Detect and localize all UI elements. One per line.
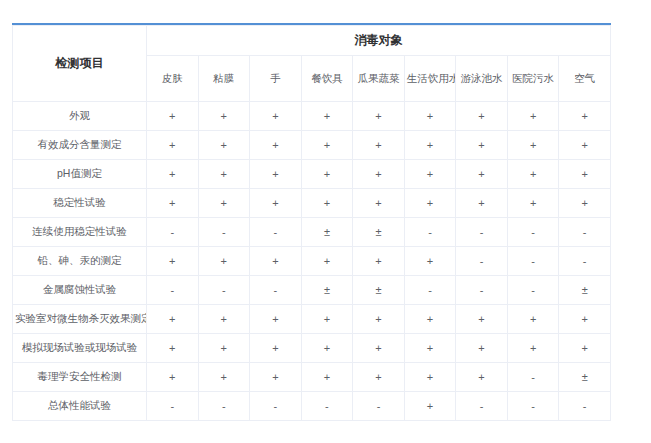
- table-cell: +: [404, 160, 456, 189]
- table-cell: -: [507, 276, 559, 305]
- row-label: 有效成分含量测定: [13, 131, 147, 160]
- table-cell: +: [250, 305, 302, 334]
- table-cell: +: [353, 189, 405, 218]
- table-cell: +: [250, 102, 302, 131]
- table-cell: +: [456, 334, 508, 363]
- table-cell: +: [250, 160, 302, 189]
- table-cell: +: [507, 160, 559, 189]
- column-header: 粘膜: [198, 56, 250, 102]
- column-header: 空气: [559, 56, 611, 102]
- table-cell: +: [301, 160, 353, 189]
- table-cell: ±: [353, 218, 405, 247]
- table-cell: +: [147, 247, 199, 276]
- table-cell: +: [456, 189, 508, 218]
- disinfection-test-table: 检测项目 消毒对象 皮肤粘膜手餐饮具瓜果蔬菜生活饮用水游泳池水医院污水空气 外观…: [12, 25, 611, 421]
- table-cell: -: [456, 276, 508, 305]
- table-cell: +: [456, 160, 508, 189]
- table-cell: +: [250, 363, 302, 392]
- table-cell: +: [198, 131, 250, 160]
- row-label: 总体性能试验: [13, 392, 147, 421]
- table-row: pH值测定+++++++++: [13, 160, 611, 189]
- row-label: pH值测定: [13, 160, 147, 189]
- column-header: 皮肤: [147, 56, 199, 102]
- table-row: 外观+++++++++: [13, 102, 611, 131]
- table-cell: +: [559, 334, 611, 363]
- row-label: 外观: [13, 102, 147, 131]
- table-cell: ±: [559, 363, 611, 392]
- table-cell: -: [198, 392, 250, 421]
- table-cell: +: [559, 131, 611, 160]
- table-row: 稳定性试验+++++++++: [13, 189, 611, 218]
- column-header: 手: [250, 56, 302, 102]
- table-cell: -: [507, 363, 559, 392]
- table-cell: -: [507, 247, 559, 276]
- table-cell: +: [353, 247, 405, 276]
- table-cell: -: [507, 218, 559, 247]
- table-cell: +: [353, 334, 405, 363]
- page: 检测项目 消毒对象 皮肤粘膜手餐饮具瓜果蔬菜生活饮用水游泳池水医院污水空气 外观…: [0, 0, 651, 443]
- table-cell: +: [456, 102, 508, 131]
- table-cell: +: [404, 247, 456, 276]
- table-cell: -: [353, 392, 405, 421]
- table-cell: +: [147, 102, 199, 131]
- table-body: 外观+++++++++有效成分含量测定+++++++++pH值测定+++++++…: [13, 102, 611, 421]
- table-cell: +: [250, 131, 302, 160]
- table-cell: -: [559, 218, 611, 247]
- table-cell: +: [507, 334, 559, 363]
- table-cell: +: [353, 160, 405, 189]
- column-header: 医院污水: [507, 56, 559, 102]
- table-cell: +: [301, 334, 353, 363]
- group-header-row: 检测项目 消毒对象: [13, 26, 611, 56]
- table-cell: -: [404, 276, 456, 305]
- table-cell: +: [301, 363, 353, 392]
- table-cell: +: [301, 102, 353, 131]
- table-cell: -: [559, 392, 611, 421]
- row-label: 实验室对微生物杀灭效果测定: [13, 305, 147, 334]
- group-header-cell: 消毒对象: [147, 26, 611, 56]
- table-row: 金属腐蚀性试验---±±---±: [13, 276, 611, 305]
- table-cell: +: [353, 131, 405, 160]
- table-cell: +: [404, 189, 456, 218]
- table-cell: -: [250, 392, 302, 421]
- table-cell: +: [301, 131, 353, 160]
- table-cell: +: [404, 305, 456, 334]
- table-cell: +: [301, 305, 353, 334]
- table-cell: +: [147, 131, 199, 160]
- table-cell: +: [250, 334, 302, 363]
- table-cell: +: [198, 102, 250, 131]
- table-cell: -: [198, 218, 250, 247]
- column-header: 游泳池水: [456, 56, 508, 102]
- column-header: 瓜果蔬菜: [353, 56, 405, 102]
- table-cell: +: [147, 189, 199, 218]
- table-row: 总体性能试验-----+---: [13, 392, 611, 421]
- table-cell: +: [198, 160, 250, 189]
- table-row: 模拟现场试验或现场试验+++++++++: [13, 334, 611, 363]
- table-cell: +: [301, 247, 353, 276]
- disinfection-test-table-wrap: 检测项目 消毒对象 皮肤粘膜手餐饮具瓜果蔬菜生活饮用水游泳池水医院污水空气 外观…: [12, 23, 611, 421]
- table-cell: -: [250, 218, 302, 247]
- table-cell: +: [456, 363, 508, 392]
- table-cell: -: [404, 218, 456, 247]
- table-cell: +: [404, 131, 456, 160]
- table-cell: +: [353, 102, 405, 131]
- table-cell: +: [250, 189, 302, 218]
- table-cell: -: [147, 392, 199, 421]
- corner-header-cell: 检测项目: [13, 26, 147, 102]
- table-cell: +: [456, 305, 508, 334]
- column-header: 生活饮用水: [404, 56, 456, 102]
- table-cell: +: [404, 334, 456, 363]
- table-header: 检测项目 消毒对象 皮肤粘膜手餐饮具瓜果蔬菜生活饮用水游泳池水医院污水空气: [13, 26, 611, 102]
- table-cell: +: [353, 363, 405, 392]
- table-row: 实验室对微生物杀灭效果测定+++++++++: [13, 305, 611, 334]
- table-cell: -: [147, 276, 199, 305]
- table-cell: +: [507, 189, 559, 218]
- table-cell: +: [559, 102, 611, 131]
- row-label: 稳定性试验: [13, 189, 147, 218]
- table-cell: +: [559, 305, 611, 334]
- table-cell: +: [198, 363, 250, 392]
- table-cell: ±: [301, 218, 353, 247]
- table-cell: +: [147, 160, 199, 189]
- table-cell: -: [301, 392, 353, 421]
- table-cell: ±: [353, 276, 405, 305]
- table-cell: ±: [301, 276, 353, 305]
